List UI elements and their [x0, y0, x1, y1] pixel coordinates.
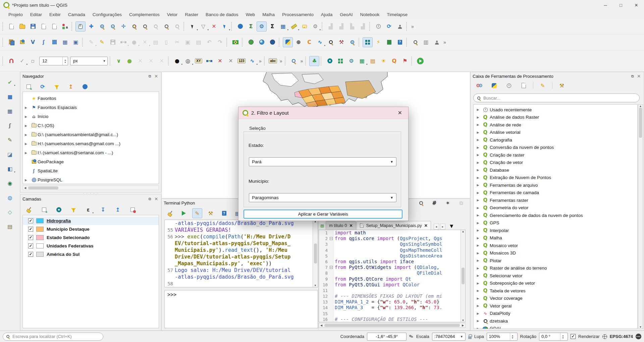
toolbox-group-row[interactable]: ▶ Q Cartografia [474, 136, 637, 144]
topology-fork-icon[interactable]: ∨ [114, 56, 124, 66]
expand-arrow-icon[interactable]: ▶ [475, 168, 481, 172]
expand-arrow-icon[interactable]: ▶ [475, 319, 481, 323]
new-script-icon[interactable]: ⊞ [320, 223, 324, 228]
abc-label-icon[interactable]: abc [268, 56, 278, 66]
toolbox-group-row[interactable]: ▶ Q Database [474, 166, 637, 174]
dock-buttons[interactable]: ⧉ ✕ [149, 197, 159, 201]
eye-viewer-icon[interactable] [325, 56, 335, 66]
expand-arrow-icon[interactable]: ▶ [475, 191, 481, 194]
expand-arrow-icon[interactable]: ▶ [25, 142, 30, 146]
toolbar-grip[interactable] [2, 57, 5, 65]
filter-expression-icon[interactable]: ε▾ [83, 205, 93, 215]
code-editor-area[interactable]: 1import math2−from qgis.core import (Qgs… [319, 230, 466, 322]
pan-map-icon[interactable] [75, 21, 86, 32]
editor-vscrollbar[interactable]: ▲▼ [461, 230, 465, 322]
expand-arrow-icon[interactable]: ▶ [475, 206, 481, 210]
orange-list-icon[interactable]: ▤ [368, 56, 378, 66]
estado-combo[interactable]: Pará ▼ [249, 157, 396, 166]
browser-tree-item[interactable]: ▶ G:\ (samuelsantosambiental@gmail.c...) [23, 130, 159, 139]
toolbar2-overflow-chevron[interactable]: » [443, 40, 446, 45]
browser-tree-item[interactable]: ▶ H:\ (samuelsantos.semas@gmail.com ...) [23, 139, 159, 148]
extents-icon[interactable]: ✎ [408, 333, 414, 340]
layer-checkbox[interactable]: ✓ [28, 227, 33, 232]
temporal-controller-icon[interactable] [373, 21, 383, 32]
vertex-edit-icon[interactable]: ✔▾ [5, 77, 15, 87]
mesh-grid-icon[interactable]: ▦ [5, 106, 15, 116]
toolbox-group-row[interactable]: ▶ Q Selecionar vetor [474, 272, 637, 280]
snapping-tolerance-spinner[interactable]: 12▴▾ [39, 57, 68, 65]
menu-item[interactable]: Malha [259, 11, 278, 18]
toolbar-grip[interactable] [411, 57, 414, 65]
profile-chart-icon[interactable]: ∿▾ [315, 37, 325, 47]
expand-arrow-icon[interactable]: ▶ [475, 282, 481, 285]
sum-features-icon[interactable]: Σ [267, 21, 277, 32]
add-selected-layer-icon[interactable] [23, 81, 34, 92]
toolbox-group-row[interactable]: ▶ Q Malha [474, 234, 637, 242]
options-wrench-icon[interactable]: ⚒ [557, 80, 567, 91]
calendar-icon[interactable]: ▦▾ [357, 56, 367, 66]
minimize-button[interactable]: ─ [598, 0, 613, 10]
toolbox-group-row[interactable]: ▶ Q Sobreposição de vetor [474, 280, 637, 287]
layer-checkbox[interactable]: ✓ [28, 218, 33, 223]
settings-gear-icon[interactable]: ⚙ [346, 56, 356, 66]
toolbox-group-row[interactable]: ▶ Q Tabela de vetores [474, 287, 637, 295]
expand-arrow-icon[interactable]: ▶ [25, 115, 30, 118]
expand-arrow-icon[interactable]: ▶ [475, 138, 481, 141]
expand-arrow-icon[interactable]: ▶ [475, 229, 481, 232]
maximize-button[interactable]: □ [613, 0, 629, 10]
zoom-plugin-icon[interactable]: + [347, 37, 357, 47]
menu-item[interactable]: Banco de dados [202, 11, 242, 18]
tab-scroll-right-icon[interactable]: ▸ [440, 224, 445, 230]
compass-icon[interactable]: ⊕ [293, 37, 304, 47]
close-button[interactable]: ✕ [629, 0, 644, 10]
apply-generate-variables-button[interactable]: Aplicar e Gerar Variáveis [244, 210, 402, 219]
select-features-icon[interactable]: ▾ [187, 21, 198, 32]
toolbox-group-row[interactable]: ▶ Q Interpolar [474, 227, 637, 234]
search-plugin-icon[interactable] [410, 37, 420, 47]
mesh-ruler-icon[interactable]: ▤ [5, 221, 15, 231]
dock-buttons[interactable]: ⧉ ✕ [631, 74, 642, 78]
expand-arrow-icon[interactable]: ▶ [475, 116, 481, 119]
toolbar-grip[interactable] [82, 38, 85, 47]
toolbox-group-row[interactable]: ▶ Q Gerenciamento de dados da nuvem de p… [474, 212, 637, 219]
toolbar-grip[interactable] [406, 38, 409, 47]
sun-icon[interactable]: ☀ [378, 56, 388, 66]
beam-target-icon[interactable]: ◎▾ [183, 56, 193, 66]
toolbar-grip[interactable] [168, 57, 171, 65]
green-grid-icon[interactable] [335, 56, 345, 66]
add-raster-layer-icon[interactable] [17, 37, 27, 47]
toolbar-grip[interactable] [183, 22, 186, 31]
toolbar3-overflow-2[interactable]: » [280, 58, 282, 64]
node-options-icon[interactable]: ✓▾ [17, 56, 27, 66]
toolbar-grip[interactable] [359, 38, 361, 47]
manage-visibility-icon[interactable] [54, 205, 64, 215]
measure-123-icon[interactable]: 123 [236, 56, 247, 66]
expand-arrow-icon[interactable]: ▶ [475, 289, 481, 292]
editor-hscrollbar[interactable]: ◀▶ [319, 323, 466, 328]
dialog-title-bar[interactable]: 2. Filtro e Layout ✕ [238, 107, 408, 119]
expand-arrow-icon[interactable]: ▶ [475, 297, 481, 300]
expand-arrow-icon[interactable]: ▶ [475, 259, 481, 262]
toolbar-grip[interactable] [264, 57, 267, 65]
mapswipe-grid-icon[interactable] [363, 37, 373, 47]
menu-item[interactable]: Camada [64, 11, 89, 18]
expand-arrow-icon[interactable]: ▶ [475, 304, 481, 307]
save-project-icon[interactable] [28, 21, 38, 32]
menu-item[interactable]: Complementos [125, 11, 163, 18]
symbol-circle-icon[interactable]: ●▾ [172, 56, 182, 66]
select-polygon-icon[interactable]: ▽▾ [198, 21, 208, 32]
toolbox-group-row[interactable]: ▶ ∿ DataPlotly [474, 310, 637, 318]
snapping-unit-combo[interactable]: px▼ [70, 57, 108, 65]
lightning-icon[interactable]: ⚡ [373, 37, 383, 47]
expand-arrow-icon[interactable]: ▶ [475, 161, 481, 164]
models-gears-icon[interactable]: ⚙⚙ [474, 80, 484, 91]
web-globe-icon[interactable]: ◍ [5, 192, 15, 203]
lock-scale-icon[interactable] [468, 336, 472, 339]
dialog-close-icon[interactable]: ✕ [396, 110, 404, 116]
menu-item[interactable]: Exibir [46, 11, 64, 18]
new-project-icon[interactable] [6, 21, 16, 32]
toolbox-search-input[interactable]: Buscar... [473, 94, 640, 102]
xy-vertex-icon[interactable]: XY [194, 56, 204, 66]
toolbox-group-row[interactable]: ▶ GDAL [474, 325, 637, 329]
collapse-all-icon[interactable]: ↥ [66, 81, 76, 92]
